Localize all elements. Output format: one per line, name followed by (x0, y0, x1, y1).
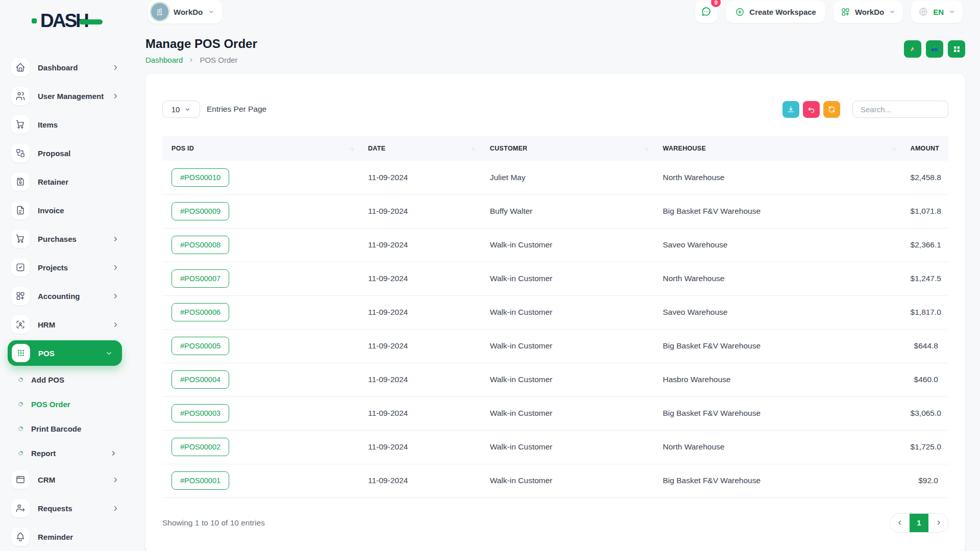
entries-per-page-select[interactable]: 10 (162, 101, 200, 118)
chevron-right-icon (935, 519, 942, 527)
order-amount: $460.0 (901, 363, 948, 396)
checkbox-icon (11, 258, 30, 277)
chevron-down-icon (105, 349, 113, 357)
sidebar-subitem-print-barcode[interactable]: Print Barcode (0, 416, 133, 441)
reset-button[interactable] (803, 101, 820, 118)
google-drive-button[interactable] (904, 40, 921, 58)
order-customer: Walk-in Customer (481, 430, 654, 464)
apps-dots-icon (12, 344, 30, 362)
order-date: 11-09-2024 (359, 161, 481, 194)
topbar: WorkDo 0 Create Workspace WorkDo EN (133, 0, 980, 23)
onedrive-button[interactable] (926, 40, 943, 58)
sidebar-item-reminder[interactable]: Reminder (0, 522, 133, 551)
pos-id-badge[interactable]: #POS00003 (172, 404, 229, 422)
sidebar-item-pos[interactable]: POS (8, 340, 122, 366)
chevron-down-icon (948, 8, 955, 15)
pos-id-badge[interactable]: #POS00004 (172, 370, 229, 389)
pos-order-row: #POS00005 11-09-2024 Walk-in Customer Bi… (162, 329, 948, 363)
download-icon (787, 105, 795, 114)
table-actions (782, 101, 948, 118)
next-page-button[interactable] (928, 514, 948, 532)
page-title: Manage POS Order (145, 37, 257, 51)
sidebar-subitem-report[interactable]: Report (0, 441, 133, 465)
bell-icon (11, 528, 30, 546)
pos-order-row: #POS00008 11-09-2024 Walk-in Customer Sa… (162, 228, 948, 262)
app-logo: DASH (32, 11, 133, 31)
order-warehouse: Big Basket F&V Warehouse (653, 329, 901, 363)
pos-id-badge[interactable]: #POS00005 (172, 337, 229, 355)
chevron-right-icon (112, 235, 119, 243)
chevron-right-icon (112, 321, 119, 329)
sidebar-item-retainer[interactable]: Retainer (0, 167, 133, 196)
chevron-right-icon (112, 64, 119, 71)
workspace-switcher[interactable]: WorkDo (148, 0, 222, 23)
table-controls: 10 Entries Per Page (162, 101, 948, 118)
pos-order-row: #POS00007 11-09-2024 Walk-in Customer No… (162, 262, 948, 295)
sidebar-item-projects[interactable]: Projects (0, 253, 133, 282)
pos-order-row: #POS00003 11-09-2024 Walk-in Customer Bi… (162, 396, 948, 430)
order-customer: Juliet May (481, 161, 654, 194)
sidebar-item-accounting[interactable]: Accounting (0, 282, 133, 310)
browser-icon (11, 470, 30, 489)
column-header-pos-id[interactable]: POS ID↑↓ (162, 136, 359, 161)
column-header-amount[interactable]: AMOUNT (901, 136, 948, 161)
bullet-icon (17, 450, 24, 457)
messages-button[interactable]: 0 (695, 1, 718, 23)
pos-id-badge[interactable]: #POS00006 (172, 303, 229, 321)
pos-id-badge[interactable]: #POS00001 (172, 471, 229, 490)
pos-id-badge[interactable]: #POS00002 (172, 438, 229, 456)
column-header-date[interactable]: DATE↑↓ (359, 136, 481, 161)
order-amount: $2,458.8 (901, 161, 948, 194)
current-page-button[interactable]: 1 (910, 514, 928, 532)
sidebar-item-proposal[interactable]: Proposal (0, 139, 133, 167)
topbar-actions: 0 Create Workspace WorkDo EN (695, 1, 963, 23)
chevron-down-icon (208, 8, 215, 15)
order-customer: Walk-in Customer (481, 363, 654, 396)
pos-submenu: Add POS POS Order Print Barcode Report (0, 367, 133, 465)
breadcrumb-dashboard-link[interactable]: Dashboard (145, 56, 183, 64)
pos-id-badge[interactable]: #POS00010 (172, 168, 229, 187)
create-workspace-button[interactable]: Create Workspace (726, 1, 825, 23)
sidebar-item-hrm[interactable]: HRM (0, 310, 133, 339)
sidebar-item-crm[interactable]: CRM (0, 465, 133, 494)
sort-icon: ↑↓ (471, 145, 476, 152)
pos-id-badge[interactable]: #POS00008 (172, 236, 229, 254)
order-amount: $92.0 (901, 464, 948, 497)
sidebar-item-requests[interactable]: Requests (0, 494, 133, 522)
order-warehouse: Hasbro Warehouse (653, 363, 901, 396)
sidebar-item-user-management[interactable]: User Management (0, 82, 133, 110)
transfer-icon (11, 144, 30, 162)
order-warehouse: Saveo Warehouse (653, 295, 901, 329)
column-header-warehouse[interactable]: WAREHOUSE↑↓ (653, 136, 901, 161)
sidebar-item-items[interactable]: Items (0, 110, 133, 139)
sidebar-item-dashboard[interactable]: Dashboard (0, 53, 133, 82)
language-selector[interactable]: EN (911, 1, 963, 23)
order-amount: $1,071.8 (901, 194, 948, 228)
chevron-right-icon (112, 292, 119, 300)
order-date: 11-09-2024 (359, 464, 481, 497)
search-input[interactable] (852, 101, 948, 118)
refresh-button[interactable] (823, 101, 840, 118)
order-date: 11-09-2024 (359, 329, 481, 363)
sidebar-item-invoice[interactable]: Invoice (0, 196, 133, 224)
pos-id-badge[interactable]: #POS00009 (172, 202, 229, 220)
grid-view-button[interactable] (948, 40, 965, 58)
grid-plus-icon (841, 7, 850, 17)
pagination: 1 (890, 513, 948, 533)
messages-count-badge: 0 (711, 0, 721, 7)
column-header-customer[interactable]: CUSTOMER↑↓ (481, 136, 654, 161)
sidebar-subitem-add-pos[interactable]: Add POS (0, 367, 133, 392)
previous-page-button[interactable] (890, 514, 910, 532)
pos-id-badge[interactable]: #POS00007 (172, 269, 229, 288)
bullet-icon (17, 425, 24, 432)
breadcrumb: Dashboard POS Order (145, 56, 257, 64)
sidebar-item-purchases[interactable]: Purchases (0, 224, 133, 253)
pos-table-body: #POS00010 11-09-2024 Juliet May North Wa… (162, 161, 948, 497)
integration-buttons (904, 40, 965, 58)
table-header-row: POS ID↑↓ DATE↑↓ CUSTOMER↑↓ WAREHOUSE↑↓ A… (162, 136, 948, 161)
export-button[interactable] (782, 101, 799, 118)
sidebar-subitem-pos-order[interactable]: POS Order (0, 392, 133, 416)
sidebar-nav: Dashboard User Management Items Proposal… (0, 53, 133, 551)
order-date: 11-09-2024 (359, 396, 481, 430)
workdo-menu-button[interactable]: WorkDo (834, 1, 903, 23)
